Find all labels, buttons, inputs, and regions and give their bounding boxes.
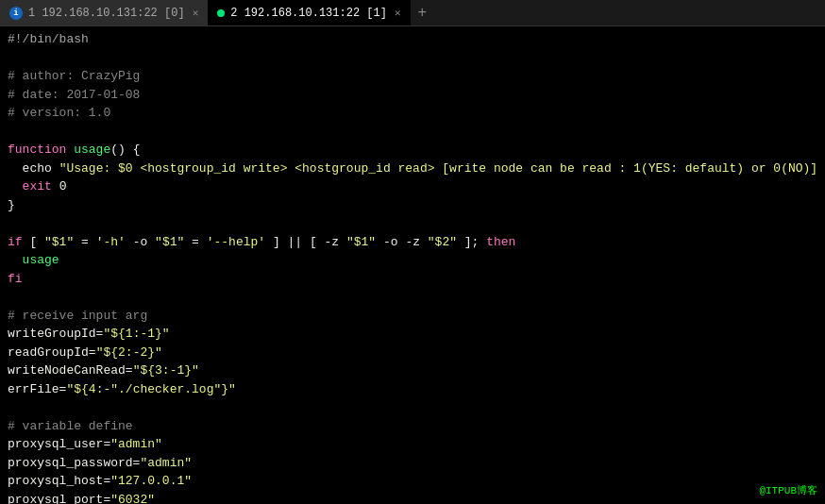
line-2 [8, 49, 817, 68]
tab-dot-2 [217, 9, 225, 17]
line-19: writeNodeCanRead="${3:-1}" [8, 361, 817, 380]
tab-2[interactable]: 2 192.168.10.131:22 [1] ✕ [208, 0, 410, 25]
line-26: proxysql_port="6032" [8, 491, 817, 505]
line-15 [8, 288, 817, 307]
add-tab-button[interactable]: + [411, 0, 435, 25]
line-6 [8, 123, 817, 142]
line-9: exit 0 [8, 177, 817, 196]
line-22: # variable define [8, 417, 817, 436]
tab-info-icon-1: i [9, 7, 23, 20]
line-14: fi [8, 270, 817, 289]
tab-1[interactable]: i 1 192.168.10.131:22 [0] ✕ [0, 0, 208, 25]
line-5: # version: 1.0 [8, 104, 817, 123]
code-area: #!/bin/bash # author: CrazyPig # date: 2… [0, 26, 825, 504]
tab-1-label: 1 192.168.10.131:22 [0] [28, 7, 185, 20]
line-17: writeGroupId="${1:-1}" [8, 325, 817, 344]
line-3: # author: CrazyPig [8, 67, 817, 86]
line-18: readGroupId="${2:-2}" [8, 344, 817, 362]
line-25: proxysql_host="127.0.0.1" [8, 472, 817, 491]
watermark: @ITPUB博客 [759, 483, 817, 499]
line-12: if [ "$1" = '-h' -o "$1" = '--help' ] ||… [8, 233, 817, 252]
line-11 [8, 214, 817, 233]
line-24: proxysql_password="admin" [8, 454, 817, 473]
line-16: # receive input arg [8, 307, 817, 326]
line-10: } [8, 196, 817, 215]
plus-icon: + [418, 5, 428, 22]
line-13: usage [8, 251, 817, 270]
line-21 [8, 398, 817, 417]
tab-1-close[interactable]: ✕ [193, 7, 199, 19]
tab-2-close[interactable]: ✕ [395, 7, 401, 19]
tab-bar: i 1 192.168.10.131:22 [0] ✕ 2 192.168.10… [0, 0, 825, 26]
line-7: function usage() { [8, 141, 817, 160]
line-23: proxysql_user="admin" [8, 435, 817, 454]
line-8: echo "Usage: $0 <hostgroup_id write> <ho… [8, 160, 817, 178]
tab-2-label: 2 192.168.10.131:22 [1] [230, 7, 387, 20]
line-20: errFile="${4:-"./checker.log"}" [8, 380, 817, 399]
line-1: #!/bin/bash [8, 30, 817, 49]
line-4: # date: 2017-01-08 [8, 86, 817, 105]
